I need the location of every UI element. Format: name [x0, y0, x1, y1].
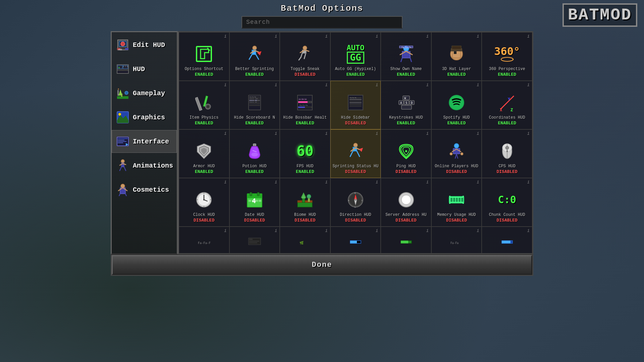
svg-rect-186 — [449, 196, 450, 197]
option-potion-hud[interactable]: i Potion HUD ENABLED — [229, 129, 280, 178]
sidebar-item-hud[interactable]: W A S D HUD — [112, 58, 177, 80]
info-dot[interactable]: i — [527, 229, 530, 233]
info-dot[interactable]: i — [224, 229, 226, 233]
option-spotify-hud[interactable]: i Spotify HUD ENABLED — [431, 81, 482, 129]
option-auto-gg[interactable]: i AUTO GG Auto GG (Hypixel) ENABLED — [330, 32, 381, 81]
option-ping-hud[interactable]: i Ping HUD DISABLED — [381, 129, 431, 178]
sidebar-item-cosmetics[interactable]: Cosmetics — [112, 178, 177, 201]
sidebar-item-animations[interactable]: Animations — [112, 154, 177, 177]
option-sprinting-status[interactable]: i Sprinting Status HU DISAB — [330, 129, 381, 178]
done-button[interactable]: Done — [112, 255, 532, 275]
info-dot[interactable]: i — [224, 34, 226, 39]
info-dot[interactable]: i — [376, 83, 378, 87]
option-armor-hud[interactable]: i Armor HUD ENABLED — [179, 129, 229, 178]
info-dot[interactable]: i — [426, 131, 429, 136]
option-server-address[interactable]: i Server Address HU DISABLED — [381, 178, 431, 227]
option-3d-hat-layer[interactable]: i 3D Hat Layer ENABLED — [431, 32, 482, 81]
option-status: DISABLED — [395, 218, 416, 223]
option-fps-hud[interactable]: i 60 FPS HUD ENABLED — [280, 129, 330, 178]
option-partial-6[interactable]: i Fa-Fa — [431, 227, 482, 253]
info-dot[interactable]: i — [477, 83, 479, 87]
info-dot[interactable]: i — [325, 34, 328, 39]
info-dot[interactable]: i — [325, 229, 328, 233]
svg-marker-41 — [201, 49, 209, 59]
option-biome-hud[interactable]: i Biome HUD DISABLED — [280, 178, 330, 227]
option-memory-usage[interactable]: i — [431, 178, 482, 227]
sidebar-item-graphics[interactable]: Graphics — [112, 106, 177, 129]
svg-marker-14 — [118, 89, 122, 96]
option-status: DISABLED — [294, 218, 315, 223]
option-name: Better Sprinting — [235, 67, 274, 71]
option-partial-3[interactable]: i 🌿 — [280, 227, 330, 253]
option-chunk-count[interactable]: i C:0 Chunk Count HUD DISABLED — [482, 178, 532, 227]
info-dot[interactable]: i — [325, 180, 328, 185]
info-dot[interactable]: i — [275, 229, 277, 233]
option-partial-1[interactable]: i Fa-Fa-Fa — [179, 227, 229, 253]
info-dot[interactable]: i — [224, 180, 226, 185]
info-dot[interactable]: i — [376, 131, 378, 136]
svg-rect-69 — [454, 51, 457, 54]
option-partial-4[interactable]: i — [330, 227, 381, 253]
info-dot[interactable]: i — [325, 131, 328, 136]
info-dot[interactable]: i — [376, 180, 378, 185]
info-dot[interactable]: i — [527, 131, 530, 136]
info-dot[interactable]: i — [376, 229, 378, 233]
info-dot[interactable]: i — [275, 180, 277, 185]
option-options-shortcut[interactable]: i Options Shortcut ENABLED — [179, 32, 229, 81]
info-dot[interactable]: i — [224, 83, 226, 87]
shortcut-icon — [195, 43, 213, 65]
option-item-physics[interactable]: i Item Physics ENABLED — [179, 81, 229, 129]
info-dot[interactable]: i — [477, 34, 479, 39]
option-show-own-name[interactable]: i Fa-Fa-Fa Show Own Nam — [381, 32, 431, 81]
info-dot[interactable]: i — [275, 131, 277, 136]
info-dot[interactable]: i — [275, 34, 277, 39]
info-dot[interactable]: i — [527, 34, 530, 39]
info-dot[interactable]: i — [527, 83, 530, 87]
svg-rect-193 — [249, 241, 259, 242]
info-dot[interactable]: i — [477, 131, 479, 136]
svg-line-55 — [304, 54, 306, 59]
info-dot[interactable]: i — [325, 83, 328, 87]
svg-rect-156 — [257, 192, 259, 196]
svg-point-71 — [501, 57, 513, 61]
option-hide-scoreboard[interactable]: i Fa-Fa-Fa Score: 100 Score: — [229, 81, 280, 129]
option-coordinates-hud[interactable]: i X Y Z Coordinates HUD ENABLED — [482, 81, 532, 129]
option-name: Hide Sidebar — [341, 115, 370, 120]
option-partial-7[interactable]: i — [482, 227, 532, 253]
option-partial-5[interactable]: i — [381, 227, 431, 253]
info-dot[interactable]: i — [477, 229, 479, 233]
svg-rect-120 — [253, 144, 256, 146]
sidebar-item-gameplay[interactable]: Gameplay — [112, 82, 177, 105]
option-keystrokes-hud[interactable]: i W A S D K — [381, 81, 431, 129]
option-hide-sidebar[interactable]: i Fa-Fa-Fa Hide Sidebar — [330, 81, 381, 129]
info-dot[interactable]: i — [426, 34, 429, 39]
bossbar-icon: 24:59:54 Fa-Fa-Fa — [296, 91, 314, 114]
info-dot[interactable]: i — [477, 180, 479, 185]
sidebar-item-interface[interactable]: Interface — [112, 130, 177, 153]
batmod-logo: BATMOD — [562, 3, 637, 27]
option-online-players[interactable]: i Online Players HUD — [431, 129, 482, 178]
option-date-hud[interactable]: i 4 Date — [229, 178, 280, 227]
info-dot[interactable]: i — [376, 34, 378, 39]
sidebar-item-edit-hud[interactable]: HUD Edit HUD — [112, 34, 177, 56]
info-dot[interactable]: i — [426, 83, 429, 87]
info-dot[interactable]: i — [426, 229, 429, 233]
option-better-sprinting[interactable]: i Better Sprinting ENABLED — [229, 32, 280, 81]
option-360-perspective[interactable]: i 360° 360 Perspective ENABLED — [482, 32, 532, 81]
option-name: Keystrokes HUD — [389, 115, 423, 120]
info-dot[interactable]: i — [527, 180, 530, 185]
info-dot[interactable]: i — [275, 83, 277, 87]
option-hide-bossbar[interactable]: i 24:59:54 Fa-Fa-Fa Hide Bossbar Healt — [280, 81, 330, 129]
option-toggle-sneak[interactable]: i Toggle Sneak DISABLED — [280, 32, 330, 81]
info-dot[interactable]: i — [426, 180, 429, 185]
option-direction-hud[interactable]: i N S W E D — [330, 178, 381, 227]
svg-text:Z: Z — [511, 108, 513, 111]
option-cps-hud[interactable]: i CPS HUD DISABLED — [482, 129, 532, 178]
option-partial-2[interactable]: i — [229, 227, 280, 253]
search-input[interactable] — [241, 16, 402, 28]
option-status: DISABLED — [446, 218, 467, 223]
sidebar-label-interface: Interface — [133, 138, 169, 145]
option-clock-hud[interactable]: i Clock — [179, 178, 229, 227]
option-status: DISABLED — [395, 169, 416, 174]
info-dot[interactable]: i — [224, 131, 226, 136]
